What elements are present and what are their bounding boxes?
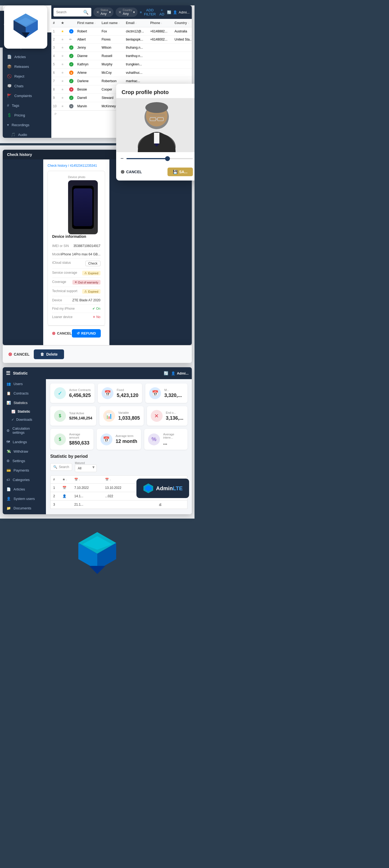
col-status [69,21,77,25]
zoom-slider[interactable] [126,158,193,159]
status-filter-chip[interactable]: ✕ Status Any ▾ [94,7,114,17]
statistic-bar-icon: 📈 [11,410,15,413]
refund-button[interactable]: ↺ REFUND [72,329,101,338]
stat-card-avg-term: 📅 Average term 12 month [97,429,141,450]
delete-button[interactable]: 🗑 Delete [34,349,64,359]
contracts-label: Contracts [13,391,29,395]
period-search[interactable]: 🔍 Search [50,463,72,471]
stat-sidebar-statistic[interactable]: 📈 Statistic [8,407,46,415]
avg-term-icon: 📅 [100,433,112,445]
contracts-icon: 📋 [6,391,11,395]
stat-sidebar-downloads[interactable]: ✓ Downloads [8,415,46,424]
stat-card-total-active: $ Total Active $256,148,254 [50,406,96,426]
stat-sidebar-withdraw[interactable]: 💸 Withdraw [3,447,46,456]
stat-sidebar-settings[interactable]: ⚙ Settings [3,456,46,466]
m-value: 3,320,... [164,393,184,398]
add-filter-button[interactable]: ≡ ADD FILTER [140,8,157,16]
downloads-check-icon: ✓ [11,418,14,422]
add-button[interactable]: + AD [159,8,165,16]
cancel-circle-icon: ⊗ [121,169,125,175]
stat-sidebar-users[interactable]: 👥 Users [3,379,46,389]
person-avatar [130,98,184,152]
stat-sidebar-payments[interactable]: 💳 Payments [3,466,46,475]
sidebar-item-recordings[interactable]: ▾ Recordings [3,120,51,130]
refresh-icon[interactable]: 🔄 [167,10,171,14]
country-clear-icon[interactable]: ✕ [118,10,122,14]
row-print[interactable]: 🖨 [159,503,180,506]
matured-select-wrap: Matured All Matured [75,462,97,472]
table-row[interactable]: 6 ★ ● Arlene McCoy vuhaithuc... [51,69,192,77]
sidebar-item-audio[interactable]: 🎵 Audio [3,130,51,138]
device-cancel-button[interactable]: ⊗ CANCEL [52,331,72,336]
row-star: ★ [61,96,69,100]
menu-icon[interactable]: ☰ [6,370,10,376]
period-table-row[interactable]: 3 21.1... 🖨 [50,500,188,509]
top-bar: 🔍 ✕ Status Any ▾ ✕ Country Any ▾ ≡ [51,5,192,19]
zoom-out-button[interactable]: − [121,155,124,162]
crop-modal-title: Crop profile photo [116,84,195,98]
coverage-label: Coverage [52,280,66,284]
table-row[interactable]: 2 ★ ✏ Albert Flores tienlapspk... +61480… [51,36,192,43]
findmy-label: Find my iPhone [52,307,74,310]
device-photo-label: Device photo [68,175,100,179]
stat-sidebar-documents[interactable]: 📁 Documents [3,503,46,513]
danger-icon: ✕ [74,280,77,284]
table-row[interactable]: 1 ★ + Robert Fox ckctm12@... +6148882...… [51,27,192,36]
table-row[interactable]: 5 ★ ✓ Kathryn Murphy trungkien... [51,60,192,69]
table-row[interactable]: 4 ★ ✓ Dianne Russell tranthuy.n... [51,52,192,60]
payments-icon: 💳 [6,468,11,472]
crop-save-label: SA... [179,170,188,174]
sidebar-item-reject[interactable]: 🚫 Reject [3,71,51,81]
adminlte-logo-icon [143,483,154,494]
country-filter-chip[interactable]: ✕ Country Any ▾ [116,7,137,17]
stat-card-active-contracts: ✓ Active Contracts 6,456,925 [50,383,95,403]
stat-sidebar-calc[interactable]: ⚙ Calculation settings [3,424,46,437]
cancel-delete-button[interactable]: ⊗ CANCEL [8,351,29,357]
svg-rect-13 [154,133,159,144]
check-history-title: Check history [7,152,32,157]
sidebar-item-complaints[interactable]: 🚩 Complaints [3,91,51,100]
search-bar[interactable]: 🔍 [54,8,91,17]
avg-interest-value: ... [163,440,184,446]
stat-refresh-icon[interactable]: 🔄 [164,371,168,375]
period-title: Statistic by period [50,454,188,459]
col-num: # [53,478,61,481]
sidebar-label-releases: Releases [14,65,29,69]
cancel-delete-label: CANCEL [14,352,29,356]
stat-sidebar-sys-users[interactable]: 👤 System users [3,494,46,503]
slider-thumb[interactable] [165,156,170,161]
row-email: ckctm12@... [126,29,150,33]
avg-interest-icon: % [148,433,160,445]
crop-image-area [116,98,195,152]
breadcrumb-link[interactable]: Check history [47,164,67,167]
stat-sidebar-contracts[interactable]: 📋 Contracts [3,389,46,398]
sidebar-item-releases[interactable]: 📦 Releases [3,62,51,71]
stat-sidebar-landings[interactable]: 🗺 Landings [3,437,46,447]
stat-title: Statistic [13,371,28,375]
sidebar-label-recordings: Recordings [11,123,29,127]
sidebar-label-audio: Audio [18,133,27,137]
stat-sidebar-categories[interactable]: 🏷 Categories [3,475,46,485]
search-input[interactable] [56,10,82,14]
status-clear-icon[interactable]: ✕ [96,10,99,14]
avg-term-label: Average term [116,434,137,437]
row-lastname: McCoy [102,71,126,74]
sidebar-item-articles[interactable]: 📄 Articles [3,52,51,62]
cancel-icon: ⊗ [52,331,55,336]
icloud-check-button[interactable]: Check [85,261,100,266]
sidebar-item-pricing[interactable]: 💲 Pricing [3,110,51,120]
matured-select[interactable]: All Matured [75,465,97,472]
row-firstname: Darlene [77,79,102,83]
stat-card-avg-interest: % Average intere... ... [144,429,188,450]
table-row[interactable]: 3 ★ ✓ Jenny Wilson thuhang.n... [51,43,192,52]
stat-sidebar-statistics[interactable]: 📊 Statistics [3,398,46,407]
crop-cancel-button[interactable]: ⊗ CANCEL [121,167,142,176]
end-icon: ✕ [151,410,163,422]
chats-icon: 💭 [7,84,11,88]
stat-sidebar-articles[interactable]: 📄 Articles [3,485,46,494]
refund-label: REFUND [81,331,96,335]
sidebar-item-chats[interactable]: 💭 Chats [3,81,51,91]
sidebar-item-tags[interactable]: # Tags [3,100,51,110]
crop-save-button[interactable]: 💾 SA... [167,167,193,176]
refund-icon: ↺ [77,331,80,335]
